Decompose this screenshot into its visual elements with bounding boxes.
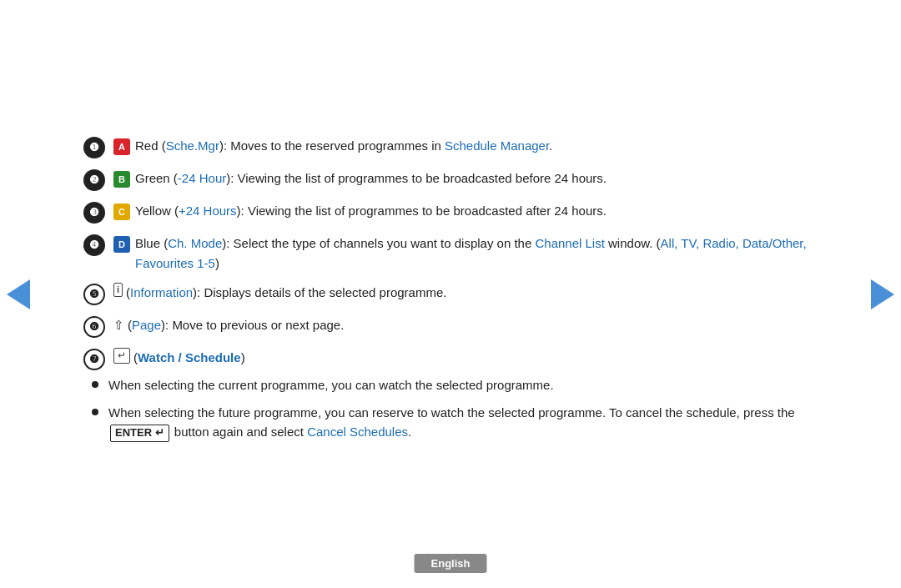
bullet-item-2: When selecting the future programme, you…: [92, 403, 818, 442]
badge-blue: D: [113, 236, 130, 253]
list-item: ❸ C Yellow (+24 Hours): Viewing the list…: [83, 201, 818, 224]
item-4-row: D Blue (Ch. Mode): Select the type of ch…: [113, 234, 818, 273]
link-channel-list: Channel List: [535, 236, 604, 250]
item-number-5: ❺: [83, 284, 105, 305]
bullet-item-1: When selecting the current programme, yo…: [92, 375, 818, 395]
info-icon: i: [113, 283, 123, 297]
item-number-4: ❹: [83, 234, 105, 256]
list-item: ❹ D Blue (Ch. Mode): Select the type of …: [83, 234, 818, 273]
link-channel-options: All, TV, Radio, Data/Other, Favourites 1…: [135, 236, 807, 269]
link-ch-mode: Ch. Mode: [168, 236, 222, 250]
item-number-6: ❻: [83, 316, 105, 338]
link-information: Information: [130, 285, 193, 299]
item-4-content: Blue (Ch. Mode): Select the type of chan…: [135, 234, 818, 273]
badge-green: B: [113, 171, 130, 188]
link-minus24hour: -24 Hour: [178, 171, 226, 185]
item-1-content: Red (Sche.Mgr): Moves to the reserved pr…: [135, 136, 552, 155]
list-item: ❶ A Red (Sche.Mgr): Moves to the reserve…: [83, 136, 818, 158]
link-watch-schedule: Watch / Schedule: [138, 350, 241, 364]
nav-arrow-left[interactable]: [7, 279, 30, 309]
item-7-content: (Watch / Schedule): [133, 348, 245, 367]
item-6-content: (Page): Move to previous or next page.: [128, 315, 344, 334]
item-number-2: ❷: [83, 169, 105, 191]
link-schedule-manager: Schedule Manager: [445, 138, 549, 153]
item-2-content: Green (-24 Hour): Viewing the list of pr…: [135, 168, 607, 188]
item-number-7: ❼: [83, 349, 105, 370]
bullet-text-2: When selecting the future programme, you…: [108, 403, 818, 442]
item-5-row: i (Information): Displays details of the…: [113, 283, 446, 302]
item-3-content: Yellow (+24 Hours): Viewing the list of …: [135, 201, 607, 220]
list-item: ❷ B Green (-24 Hour): Viewing the list o…: [83, 168, 818, 191]
list-item: ❺ i (Information): Displays details of t…: [83, 283, 818, 305]
bullet-text-1: When selecting the current programme, yo…: [108, 375, 818, 395]
item-1-row: A Red (Sche.Mgr): Moves to the reserved …: [113, 136, 552, 155]
page-container: ❶ A Red (Sche.Mgr): Moves to the reserve…: [0, 0, 901, 588]
watch-icon: ↵: [113, 348, 130, 364]
item-5-content: (Information): Displays details of the s…: [126, 283, 446, 302]
badge-red: A: [113, 138, 130, 155]
right-arrow-icon: [871, 279, 894, 309]
link-sche-mgr: Sche.Mgr: [166, 138, 219, 153]
item-number-3: ❸: [83, 202, 105, 224]
item-number-1: ❶: [83, 137, 105, 158]
link-plus24hours: +24 Hours: [179, 204, 237, 218]
item-2-row: B Green (-24 Hour): Viewing the list of …: [113, 168, 607, 188]
badge-yellow: C: [113, 204, 130, 220]
left-arrow-icon: [7, 279, 30, 309]
link-cancel-schedules: Cancel Schedules: [307, 425, 408, 439]
item-7-row: ↵ (Watch / Schedule): [113, 348, 245, 367]
language-badge: English: [415, 554, 487, 573]
list-item: ❼ ↵ (Watch / Schedule) When selecting th…: [83, 348, 818, 450]
bullet-dot: [92, 381, 98, 388]
item-3-row: C Yellow (+24 Hours): Viewing the list o…: [113, 201, 607, 220]
link-page: Page: [132, 318, 161, 332]
content-area: ❶ A Red (Sche.Mgr): Moves to the reserve…: [58, 119, 843, 468]
item-6-row: ⇧ (Page): Move to previous or next page.: [113, 315, 344, 334]
page-icon: ⇧: [113, 315, 124, 334]
enter-button-label: ENTER ↵: [110, 425, 169, 442]
nav-arrow-right[interactable]: [871, 279, 894, 309]
bullet-dot: [92, 409, 98, 415]
bullet-list: When selecting the current programme, yo…: [92, 375, 818, 450]
list-item: ❻ ⇧ (Page): Move to previous or next pag…: [83, 315, 818, 338]
